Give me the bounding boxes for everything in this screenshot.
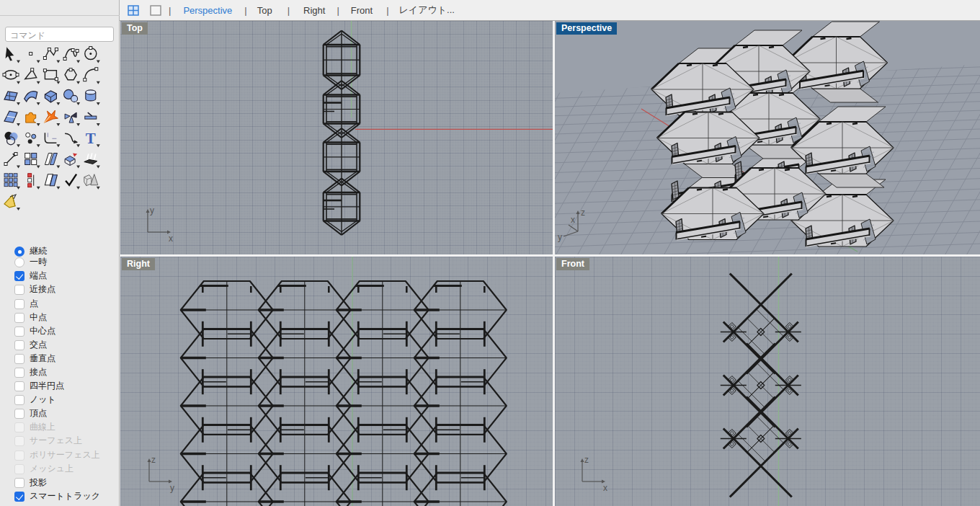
svg-text:z: z xyxy=(151,455,156,465)
svg-text:z: z xyxy=(581,208,585,218)
svg-text:x: x xyxy=(571,215,575,225)
svg-text:y: y xyxy=(150,205,154,216)
svg-text:y: y xyxy=(558,232,562,242)
svg-text:x: x xyxy=(169,234,173,244)
svg-text:y: y xyxy=(170,483,174,493)
svg-text:x: x xyxy=(603,483,607,493)
svg-text:z: z xyxy=(584,455,589,465)
